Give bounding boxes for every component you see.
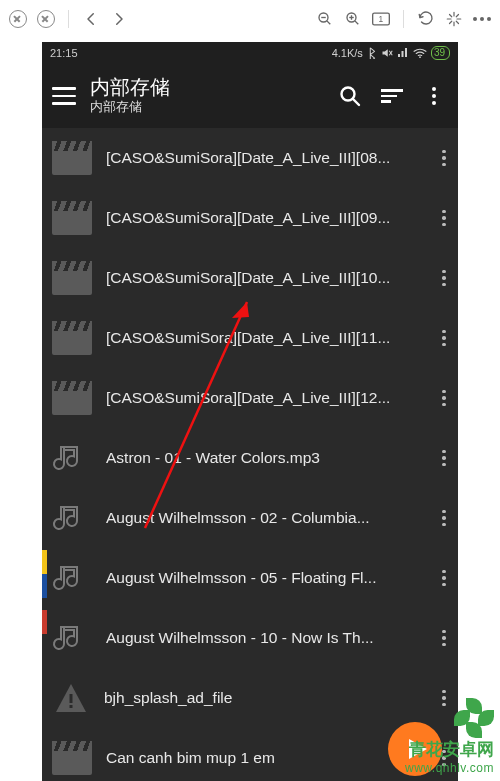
- wifi-icon: [413, 48, 427, 58]
- row-more-icon[interactable]: [436, 390, 452, 407]
- app-titles: 内部存储 内部存储: [90, 76, 322, 116]
- hamburger-icon[interactable]: [52, 87, 76, 105]
- row-more-icon[interactable]: [436, 210, 452, 227]
- audio-icon: [52, 561, 92, 595]
- file-name: Can canh bim mup 1 em: [106, 749, 422, 767]
- edge-stripe: [42, 574, 47, 598]
- svg-rect-14: [70, 694, 73, 703]
- list-item[interactable]: [CASO&SumiSora][Date_A_Live_III][08...: [42, 128, 458, 188]
- video-icon: [52, 381, 92, 415]
- list-item[interactable]: bjh_splash_ad_file: [42, 668, 458, 728]
- row-more-icon[interactable]: [436, 150, 452, 167]
- battery-icon: 39: [431, 46, 450, 60]
- audio-icon: [52, 441, 92, 475]
- row-more-icon[interactable]: [436, 630, 452, 647]
- status-bar: 21:15 4.1K/s 39: [42, 42, 458, 64]
- list-item[interactable]: [CASO&SumiSora][Date_A_Live_III][12...: [42, 368, 458, 428]
- app-subtitle: 内部存储: [90, 98, 322, 116]
- row-more-icon[interactable]: [436, 450, 452, 467]
- file-name: August Wilhelmsson - 05 - Floating Fl...: [106, 569, 422, 587]
- edge-stripe: [42, 610, 47, 634]
- svg-line-13: [353, 99, 359, 105]
- app-more-icon[interactable]: [420, 82, 448, 110]
- divider: [68, 10, 69, 28]
- svg-text:1: 1: [379, 14, 384, 24]
- zoom-in-icon[interactable]: [341, 7, 365, 31]
- edge-stripe: [42, 550, 47, 574]
- file-name: [CASO&SumiSora][Date_A_Live_III][10...: [106, 269, 422, 287]
- video-icon: [52, 741, 92, 775]
- file-name: [CASO&SumiSora][Date_A_Live_III][11...: [106, 329, 422, 347]
- file-list[interactable]: [CASO&SumiSora][Date_A_Live_III][08... […: [42, 128, 458, 781]
- file-name: [CASO&SumiSora][Date_A_Live_III][08...: [106, 149, 422, 167]
- svg-rect-15: [70, 705, 73, 708]
- phone-screen: 21:15 4.1K/s 39 内部存储 内部存储: [42, 42, 458, 781]
- audio-icon: [52, 621, 92, 655]
- rotate-icon[interactable]: [414, 7, 438, 31]
- file-name: [CASO&SumiSora][Date_A_Live_III][09...: [106, 209, 422, 227]
- row-more-icon[interactable]: [436, 690, 452, 707]
- more-icon[interactable]: [470, 7, 494, 31]
- clock: 21:15: [50, 47, 78, 59]
- row-more-icon[interactable]: [436, 330, 452, 347]
- list-item[interactable]: [CASO&SumiSora][Date_A_Live_III][11...: [42, 308, 458, 368]
- search-icon[interactable]: [336, 82, 364, 110]
- app-title: 内部存储: [90, 76, 322, 98]
- list-item[interactable]: [CASO&SumiSora][Date_A_Live_III][09...: [42, 188, 458, 248]
- mute-icon: [381, 47, 393, 59]
- video-icon: [52, 321, 92, 355]
- svg-point-11: [419, 56, 421, 58]
- sparkle-icon[interactable]: [442, 7, 466, 31]
- video-icon: [52, 261, 92, 295]
- list-item[interactable]: August Wilhelmsson - 10 - Now Is Th...: [42, 608, 458, 668]
- video-icon: [52, 141, 92, 175]
- list-item[interactable]: August Wilhelmsson - 02 - Columbia...: [42, 488, 458, 548]
- list-item[interactable]: [CASO&SumiSora][Date_A_Live_III][10...: [42, 248, 458, 308]
- row-more-icon[interactable]: [436, 510, 452, 527]
- back-icon[interactable]: [79, 7, 103, 31]
- file-name: [CASO&SumiSora][Date_A_Live_III][12...: [106, 389, 422, 407]
- divider: [403, 10, 404, 28]
- file-name: August Wilhelmsson - 02 - Columbia...: [106, 509, 422, 527]
- list-item[interactable]: Astron - 01 - Water Colors.mp3: [42, 428, 458, 488]
- watermark-logo-icon: [454, 698, 494, 738]
- net-speed: 4.1K/s: [332, 47, 363, 59]
- file-name: Astron - 01 - Water Colors.mp3: [106, 449, 422, 467]
- sort-icon[interactable]: [378, 82, 406, 110]
- close-icon[interactable]: [6, 7, 30, 31]
- close2-icon[interactable]: [34, 7, 58, 31]
- warning-icon: [52, 680, 90, 716]
- svg-line-1: [327, 21, 330, 24]
- row-more-icon[interactable]: [436, 570, 452, 587]
- forward-icon[interactable]: [107, 7, 131, 31]
- svg-line-4: [355, 21, 358, 24]
- video-icon: [52, 201, 92, 235]
- bluetooth-icon: [367, 47, 377, 59]
- zoom-reset-icon[interactable]: 1: [369, 7, 393, 31]
- signal-icon: [397, 48, 409, 58]
- file-name: bjh_splash_ad_file: [104, 689, 422, 707]
- play-fab[interactable]: [388, 722, 442, 776]
- zoom-out-icon[interactable]: [313, 7, 337, 31]
- app-bar: 内部存储 内部存储: [42, 64, 458, 128]
- browser-toolbar: 1: [0, 0, 500, 38]
- file-name: August Wilhelmsson - 10 - Now Is Th...: [106, 629, 422, 647]
- list-item[interactable]: August Wilhelmsson - 05 - Floating Fl...: [42, 548, 458, 608]
- audio-icon: [52, 501, 92, 535]
- row-more-icon[interactable]: [436, 270, 452, 287]
